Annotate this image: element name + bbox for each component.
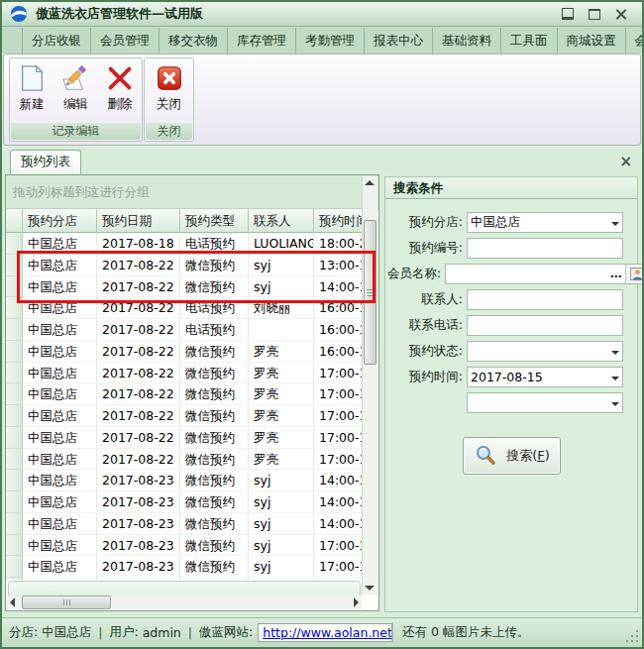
table-cell[interactable]: 17:00-1	[314, 449, 363, 471]
table-cell[interactable]: 中国总店	[23, 297, 97, 319]
table-row[interactable]: 中国总店2017-08-22电话预约刘晓丽16:00-1	[6, 297, 363, 319]
search-button[interactable]: 搜索(F)	[463, 437, 561, 475]
scroll-left-icon[interactable]	[10, 597, 15, 607]
ribbon-tab-1[interactable]: 会员管理	[91, 28, 160, 54]
table-cell[interactable]: 2017-08-22	[97, 341, 180, 363]
row-indicator[interactable]	[6, 276, 23, 298]
ribbon-tab-8[interactable]: 商城设置	[558, 28, 626, 54]
column-header-branch[interactable]: 预约分店	[23, 209, 97, 233]
member-name-field[interactable]: …	[445, 264, 644, 284]
row-indicator[interactable]	[6, 513, 23, 535]
row-indicator[interactable]	[6, 427, 23, 449]
vertical-scrollbar[interactable]	[362, 176, 377, 595]
table-cell[interactable]: 16:00-1	[314, 297, 363, 319]
table-cell[interactable]: 13:00-1	[314, 255, 363, 276]
table-cell[interactable]: 17:00-1	[314, 578, 363, 580]
table-cell[interactable]: 2017-08-22	[97, 319, 180, 341]
table-cell[interactable]: 17:00-1	[314, 556, 363, 578]
table-cell[interactable]: 微信预约	[180, 535, 249, 557]
column-header-date[interactable]: 预约日期	[97, 209, 180, 233]
table-cell[interactable]: 微信预约	[180, 556, 249, 578]
table-cell[interactable]: 17:00-1	[314, 383, 363, 405]
table-row[interactable]: 中国总店2017-08-23微信预约syj14:00-1	[6, 470, 363, 491]
tab-appointment-list[interactable]: 预约列表	[10, 150, 81, 174]
table-cell[interactable]: 电话预约	[180, 233, 249, 255]
appointment-number-field[interactable]	[467, 238, 623, 259]
table-cell[interactable]: 14:00-1	[314, 513, 363, 535]
table-cell[interactable]: 2017-08-23	[97, 578, 180, 580]
table-cell[interactable]: syj	[249, 491, 314, 513]
table-cell[interactable]: 微信预约	[180, 255, 249, 276]
table-cell[interactable]: 2017-08-22	[97, 383, 180, 405]
table-cell[interactable]: 中国总店	[23, 276, 97, 298]
table-cell[interactable]: 刘晓丽	[249, 297, 314, 319]
table-cell[interactable]: 罗亮	[249, 341, 314, 363]
table-row[interactable]: 中国总店2017-08-23微信预约syj17:00-1	[6, 556, 363, 578]
table-cell[interactable]: syj	[249, 556, 314, 578]
close-form-button[interactable]: 关闭	[150, 63, 189, 113]
horizontal-scroll-thumb[interactable]	[22, 595, 111, 609]
table-cell[interactable]: 2017-08-23	[97, 491, 180, 513]
table-row[interactable]: 中国总店2017-08-23微信预约syj14:00-1	[6, 491, 363, 513]
branch-combo[interactable]: 中国总店	[467, 212, 623, 233]
horizontal-scrollbar[interactable]	[7, 595, 362, 609]
row-indicator[interactable]	[6, 383, 23, 405]
group-by-dropzone[interactable]: 拖动列标题到这进行分组	[6, 175, 378, 209]
table-row[interactable]: 中国总店2017-08-22微信预约罗亮17:00-1	[6, 449, 363, 471]
table-cell[interactable]: 2017-08-23	[97, 535, 180, 557]
table-row[interactable]: 中国总店2017-08-18电话预约LUOLIANG18:00-2	[6, 233, 363, 255]
column-header-time[interactable]: 预约时间	[314, 209, 363, 233]
edit-button[interactable]: 编辑	[55, 63, 95, 113]
table-cell[interactable]: 微信预约	[180, 276, 249, 298]
table-cell[interactable]: syj	[249, 470, 314, 491]
table-cell[interactable]: 14:00-1	[314, 276, 363, 298]
table-cell[interactable]: 中国总店	[23, 535, 97, 557]
table-row[interactable]: 中国总店2017-08-23微信预约syj17:00-1	[6, 578, 363, 580]
table-cell[interactable]: syj	[249, 535, 314, 557]
row-indicator[interactable]	[6, 470, 23, 491]
row-indicator[interactable]	[6, 297, 23, 319]
vertical-scroll-thumb[interactable]	[364, 220, 376, 365]
table-cell[interactable]: 微信预约	[180, 341, 249, 363]
table-row[interactable]: 中国总店2017-08-22微信预约罗亮16:00-1	[6, 341, 363, 363]
table-cell[interactable]: 14:00-1	[314, 470, 363, 491]
ribbon-tab-6[interactable]: 基础资料	[433, 28, 501, 54]
delete-button[interactable]: 删除	[100, 63, 140, 113]
table-cell[interactable]: 2017-08-23	[97, 470, 180, 491]
table-cell[interactable]: 中国总店	[23, 363, 97, 384]
table-cell[interactable]: 17:00-1	[314, 405, 363, 427]
table-cell[interactable]: syj	[249, 276, 314, 298]
chevron-down-icon[interactable]	[607, 393, 622, 412]
table-cell[interactable]: 微信预约	[180, 405, 249, 427]
table-cell[interactable]: 16:00-1	[314, 341, 363, 363]
chevron-down-icon[interactable]	[607, 342, 622, 361]
chevron-down-icon[interactable]	[607, 213, 622, 232]
table-cell[interactable]: 16:00-1	[314, 319, 363, 341]
table-row[interactable]: 中国总店2017-08-23微信预约syj14:00-1	[6, 513, 363, 535]
table-cell[interactable]: 中国总店	[23, 470, 97, 491]
maximize-icon[interactable]	[589, 9, 600, 20]
table-cell[interactable]: 中国总店	[23, 405, 97, 427]
chevron-down-icon[interactable]	[607, 368, 622, 386]
contact-field[interactable]	[467, 289, 623, 310]
table-cell[interactable]: 2017-08-22	[97, 363, 180, 384]
row-indicator[interactable]	[6, 535, 23, 557]
table-cell[interactable]: 17:00-1	[314, 427, 363, 449]
row-indicator[interactable]	[6, 341, 23, 363]
table-cell[interactable]: 电话预约	[180, 297, 249, 319]
table-cell[interactable]: 微信预约	[180, 449, 249, 471]
ribbon-tab-5[interactable]: 报表中心	[365, 28, 433, 54]
table-cell[interactable]: 2017-08-22	[97, 255, 180, 276]
scroll-up-icon[interactable]	[365, 180, 375, 185]
table-row[interactable]: 中国总店2017-08-22微信预约罗亮17:00-1	[6, 405, 363, 427]
table-cell[interactable]: 中国总店	[23, 491, 97, 513]
resize-grip-icon[interactable]	[626, 630, 638, 642]
table-row[interactable]: 中国总店2017-08-22微信预约syj13:00-1	[6, 255, 363, 276]
column-header-contact[interactable]: 联系人	[249, 209, 314, 233]
table-cell[interactable]: 17:00-1	[314, 535, 363, 557]
table-cell[interactable]: 中国总店	[23, 233, 97, 255]
website-link[interactable]: http://www.aolan.net	[263, 625, 391, 640]
member-name-input[interactable]	[446, 266, 606, 282]
table-cell[interactable]: 中国总店	[23, 513, 97, 535]
table-row[interactable]: 中国总店2017-08-22微信预约罗亮17:00-1	[6, 383, 363, 405]
